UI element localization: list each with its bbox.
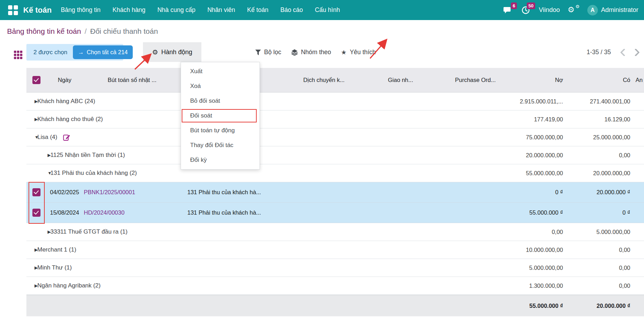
group-row-khach-hang-abc[interactable]: ▶ Khách hàng ABC (24) 2.915.000.011,... …	[26, 93, 644, 110]
caret-right-icon[interactable]: ▶	[26, 153, 48, 158]
activities-button[interactable]: 50	[520, 5, 531, 15]
action-menu-button[interactable]: ⚙ Hành động	[143, 42, 201, 62]
header-debit[interactable]: Nợ	[505, 77, 565, 83]
caret-down-icon[interactable]: ▼	[26, 135, 35, 140]
header-stock-move[interactable]: Dịch chuyển k...	[292, 77, 356, 83]
filters-menu[interactable]: Bộ lọc	[255, 49, 281, 56]
caret-right-icon[interactable]: ▶	[26, 117, 35, 122]
caret-right-icon[interactable]: ▶	[26, 247, 35, 252]
select-all-button[interactable]: → Chọn tất cả 214	[73, 45, 133, 59]
control-panel: Bảng thông tin kế toán / Đối chiếu thanh…	[0, 20, 644, 43]
menu-item-automatic-entries[interactable]: Bút toán tự động	[181, 123, 260, 138]
row-checkbox[interactable]	[32, 188, 40, 196]
app-brand[interactable]: Kế toán	[23, 6, 52, 15]
group-row-33311[interactable]: ▶ 33311 Thuế GTGT đầu ra (1) 0,00 5.000.…	[26, 223, 644, 241]
group-label: 33311 Thuế GTGT đầu ra (1)	[50, 228, 127, 235]
group-label: 1125 Nhận tiền Tạm thời (1)	[50, 152, 125, 159]
group-debit: 55.000.000,00	[505, 170, 565, 177]
groupby-label: Nhóm theo	[301, 49, 331, 56]
menu-item-reconcile-label: Đối soát	[190, 112, 212, 119]
filter-icon	[255, 50, 261, 55]
group-row-131[interactable]: ▼ 131 Phải thu của khách hàng (2) 55.000…	[26, 164, 644, 182]
nav-item-vendors[interactable]: Nhà cung cấp	[157, 6, 195, 14]
action-menu-label: Hành động	[161, 49, 192, 56]
group-row-merchant-1[interactable]: ▶ Merchant 1 (1) 10.000.000,00 0,00	[26, 241, 644, 259]
cell-credit: 0 ₫	[565, 209, 632, 216]
group-row-khach-hang-cho-thue[interactable]: ▶ Khách hàng cho thuê (2) 177.419,00 16.…	[26, 110, 644, 128]
select-all-checkbox[interactable]	[32, 76, 40, 84]
nav-item-dashboard[interactable]: Bảng thông tin	[61, 6, 101, 14]
pager: 1-35 / 35	[587, 43, 640, 62]
list-view: Ngày Bút toán sổ nhật ... Dịch chuyển k.…	[26, 68, 644, 316]
header-date[interactable]: Ngày	[46, 77, 83, 83]
row-checkbox[interactable]	[32, 209, 40, 217]
record-row-pbnk1[interactable]: 04/02/2025 PBNK1/2025/00001 131 Phải thu…	[26, 182, 644, 203]
group-credit: 5.000.000,00	[565, 229, 632, 235]
menu-item-change-period[interactable]: Đổi kỳ	[181, 153, 260, 167]
caret-right-icon[interactable]: ▶	[26, 229, 48, 234]
nav-item-settings[interactable]: Cấu hình	[315, 6, 340, 14]
groupby-menu[interactable]: Nhóm theo	[291, 49, 331, 56]
header-purchase-order[interactable]: Purchase Ord...	[445, 77, 505, 83]
cell-journal-link[interactable]: PBNK1/2025/00001	[83, 189, 181, 196]
caret-right-icon[interactable]: ▶	[26, 99, 35, 104]
cell-journal-link[interactable]: HD/2024/00030	[83, 209, 181, 216]
group-row-lisa[interactable]: ▼ Lisa (4) 75.000.000,00 25.000.000,00	[26, 128, 644, 146]
header-credit[interactable]: Có	[565, 77, 632, 83]
main-menu: Bảng thông tin Khách hàng Nhà cung cấp N…	[61, 6, 340, 14]
group-row-1125[interactable]: ▶ 1125 Nhận tiền Tạm thời (1) 20.000.000…	[26, 146, 644, 164]
pager-next-icon[interactable]	[634, 49, 640, 56]
apps-grid-icon[interactable]	[8, 5, 18, 15]
list-controls: 2 được chọn → Chọn tất cả 214 ⚙ Hành độn…	[0, 43, 644, 68]
header-extra[interactable]: An	[632, 77, 644, 83]
group-row-minh-thu[interactable]: ▶ Minh Thư (1) 5.000.000,00 0,00	[26, 259, 644, 277]
header-delivery[interactable]: Giao nh...	[356, 77, 445, 83]
group-debit: 10.000.000,00	[505, 247, 565, 253]
favorites-menu[interactable]: ★ Yêu thích	[341, 49, 376, 56]
group-credit: 16.129,00	[565, 116, 632, 123]
breadcrumb-parent[interactable]: Bảng thông tin kế toán	[7, 27, 81, 36]
group-label: Ngân hàng Agribank (2)	[37, 282, 101, 289]
nav-item-customers[interactable]: Khách hàng	[113, 6, 145, 14]
user-menu[interactable]: A Administrator	[587, 5, 638, 15]
group-credit: 0,00	[565, 265, 632, 271]
select-all-label: Chọn tất cả 214	[87, 49, 128, 56]
menu-item-delete[interactable]: Xoá	[181, 79, 260, 94]
star-icon: ★	[341, 49, 346, 56]
company-menu[interactable]: Viindoo	[539, 6, 560, 14]
systray: 6 50 Viindoo ⚙ ⚙ A Administrator	[502, 5, 644, 15]
group-label: 131 Phải thu của khách hàng (2)	[50, 170, 137, 177]
menu-item-change-partner[interactable]: Thay đổi Đối tác	[181, 138, 260, 153]
top-navbar: Kế toán Bảng thông tin Khách hàng Nhà cu…	[0, 0, 644, 20]
group-debit: 0,00	[505, 229, 565, 235]
group-credit: 0,00	[565, 152, 632, 159]
activities-badge: 50	[527, 2, 535, 9]
caret-right-icon[interactable]: ▶	[26, 283, 35, 288]
group-row-agribank[interactable]: ▶ Ngân hàng Agribank (2) 1.300.000,00 0,…	[26, 277, 644, 295]
menu-item-export[interactable]: Xuất	[181, 64, 260, 79]
footer-credit-total: 20.000.000 ₫	[565, 303, 632, 309]
nav-item-accounting[interactable]: Kế toán	[247, 6, 268, 14]
cell-debit: 55.000.000 ₫	[505, 209, 565, 216]
header-journal-entry[interactable]: Bút toán sổ nhật ...	[83, 77, 181, 83]
user-name: Administrator	[601, 6, 638, 14]
gear-icon: ⚙	[152, 48, 158, 56]
search-menus: Bộ lọc Nhóm theo ★ Yêu thích	[255, 43, 376, 62]
record-row-hd2024[interactable]: 15/08/2024 HD/2024/00030 131 Phải thu củ…	[26, 203, 644, 223]
pager-range: 1-35 / 35	[587, 49, 611, 56]
menu-item-unreconcile[interactable]: Bỏ đối soát	[181, 94, 260, 108]
menu-item-reconcile[interactable]: Đối soát	[181, 108, 260, 123]
group-credit: 25.000.000,00	[565, 134, 632, 141]
caret-right-icon[interactable]: ▶	[26, 265, 35, 270]
messages-badge: 6	[511, 2, 517, 9]
edit-partner-icon[interactable]	[63, 134, 70, 141]
nav-item-employees[interactable]: Nhân viên	[207, 6, 235, 14]
grid-view-icon[interactable]	[13, 50, 23, 59]
group-label: Minh Thư (1)	[37, 264, 72, 271]
pager-previous-icon[interactable]	[620, 49, 625, 56]
messages-button[interactable]: 6	[502, 5, 513, 15]
nav-item-reports[interactable]: Báo cáo	[280, 6, 303, 14]
gears-icon[interactable]: ⚙ ⚙	[568, 5, 580, 15]
caret-down-icon[interactable]: ▼	[26, 171, 48, 176]
avatar: A	[587, 5, 598, 15]
